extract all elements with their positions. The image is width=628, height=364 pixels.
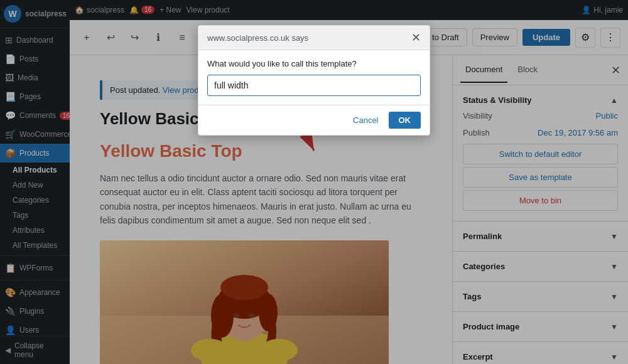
dialog-overlay: www.socialpress.co.uk says ✕ What would … [0,0,628,364]
dialog-close-button[interactable]: ✕ [411,32,421,43]
dialog-cancel-button[interactable]: Cancel [348,112,383,129]
dialog-ok-button[interactable]: OK [389,112,421,129]
dialog-question: What would you like to call this templat… [207,59,421,68]
dialog-footer: Cancel OK [198,105,430,135]
dialog-header: www.socialpress.co.uk says ✕ [198,26,430,50]
dialog-site-name: www.socialpress.co.uk says [207,33,308,43]
template-name-dialog: www.socialpress.co.uk says ✕ What would … [198,25,430,136]
dialog-body: What would you like to call this templat… [198,50,430,105]
template-name-input[interactable] [207,75,421,96]
